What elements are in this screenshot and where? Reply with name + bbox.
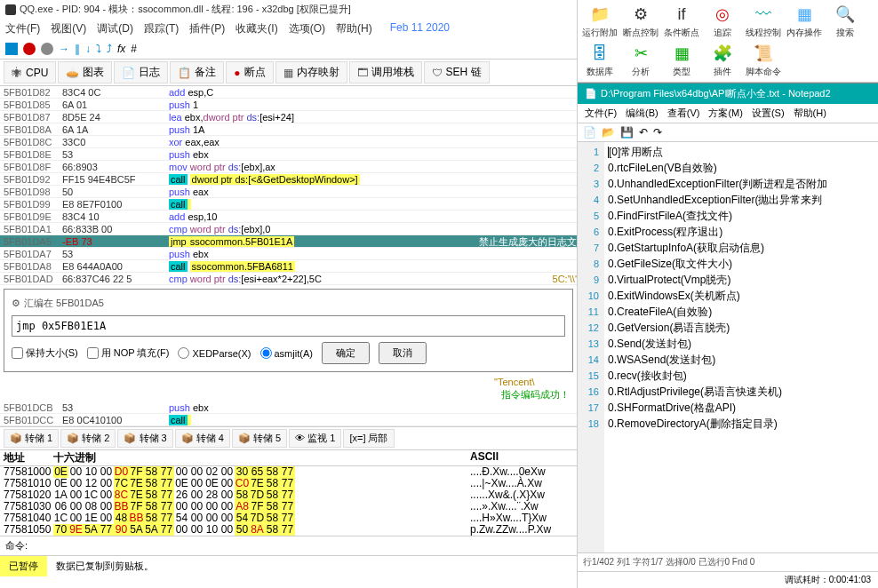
step-out-icon[interactable]: ⤴ — [107, 43, 112, 55]
ok-button[interactable]: 确定 — [322, 342, 370, 364]
debug-time: 调试耗时：0:00:41:03 — [578, 571, 878, 588]
editor-line[interactable]: 0.SHFormatDrive(格盘API) — [608, 400, 874, 416]
hash-icon[interactable]: # — [131, 43, 137, 55]
tab-SEH 链[interactable]: 🛡SEH 链 — [424, 61, 490, 83]
window-title: QQ.exe - PID: 904 - 模块：ssocommon.dll - 线… — [0, 0, 577, 19]
tab-图表[interactable]: 🥧图表 — [58, 61, 112, 83]
tool-运行附加[interactable]: 📁运行附加 — [581, 4, 619, 39]
hex-dump[interactable]: 地址 十六进制 ASCII 775810000E001000D07F587700… — [0, 450, 577, 536]
menu-item[interactable]: 收藏夹(I) — [235, 21, 277, 36]
tab-断点[interactable]: ●断点 — [226, 61, 273, 83]
menu-item[interactable]: 插件(P) — [189, 21, 225, 36]
editor-line[interactable]: 0.RtlAdjustPrivilege(易语言快速关机) — [608, 384, 874, 400]
step-over-icon[interactable]: ⤵ — [96, 43, 101, 55]
editor-text[interactable]: [0]常用断点0.rtcFileLen(VB自效验)0.UnhandledExc… — [604, 142, 878, 552]
keep-size-checkbox[interactable]: 保持大小(S) — [12, 346, 78, 360]
dump-tab[interactable]: 📦 转储 5 — [232, 429, 287, 448]
folder-icon[interactable] — [5, 43, 18, 55]
fx-icon[interactable]: fx — [117, 43, 125, 55]
save-icon[interactable]: 💾 — [620, 126, 634, 139]
dump-tab[interactable]: 📦 转储 1 — [4, 429, 59, 448]
build-date: Feb 11 2020 — [390, 21, 450, 36]
run-icon[interactable]: → — [59, 43, 69, 55]
status-paused: 已暂停 — [0, 556, 47, 576]
main-tabs: 🕷CPU🥧图表📄日志📋备注●断点▦内存映射🗔调用堆栈🛡SEH 链 — [0, 60, 577, 86]
editor-line[interactable]: [0]常用断点 — [608, 144, 874, 160]
right-tool-grid: 📁运行附加⚙断点控制if条件断点◎追踪〰线程控制▦内存操作🔍搜索🗄数据库✂分析▦… — [578, 0, 878, 83]
tab-日志[interactable]: 📄日志 — [114, 61, 168, 83]
tool-断点控制[interactable]: ⚙断点控制 — [622, 4, 659, 39]
np-menu-item[interactable]: 帮助(H) — [794, 107, 826, 120]
editor-line[interactable]: 0.SetUnhandledExceptionFilter(抛出异常来判 — [608, 192, 874, 208]
editor-line[interactable]: 0.rtcFileLen(VB自效验) — [608, 160, 874, 176]
nop-fill-checkbox[interactable]: 用 NOP 填充(F) — [87, 346, 170, 360]
editor-line[interactable]: 0.WSASend(发送封包) — [608, 352, 874, 368]
redo-icon[interactable]: ↷ — [653, 126, 662, 139]
notepad-status: 行1/402 列1 字符1/7 选择0/0 已选行0 Fnd 0 — [578, 552, 878, 571]
np-menu-item[interactable]: 方案(M) — [708, 107, 743, 120]
menu-item[interactable]: 跟踪(T) — [144, 21, 179, 36]
tab-CPU[interactable]: 🕷CPU — [4, 61, 56, 83]
np-menu-item[interactable]: 查看(V) — [667, 107, 700, 120]
disassembly-view-2[interactable]: 5FB01DCB53push ebx5FB01DCCE8 0C410100cal… — [0, 401, 577, 426]
step-icon[interactable]: ↓ — [85, 43, 91, 55]
dump-tab[interactable]: 📦 转储 3 — [117, 429, 172, 448]
tool-内存操作[interactable]: ▦内存操作 — [786, 4, 823, 39]
assembler-dialog: ⚙ 汇编在 5FB01DA5 保持大小(S) 用 NOP 填充(F) XEDPa… — [4, 289, 573, 372]
encode-success: 指令编码成功！ — [494, 385, 577, 403]
command-input[interactable] — [33, 539, 571, 552]
dump-tab[interactable]: 📦 转储 2 — [60, 429, 116, 448]
menu-item[interactable]: 视图(V) — [51, 21, 86, 36]
editor-line[interactable]: 0.FindFirstFileA(查找文件) — [608, 208, 874, 224]
editor-line[interactable]: 0.GetStartupInfoA(获取启动信息) — [608, 240, 874, 256]
open-icon[interactable]: 📂 — [602, 126, 615, 139]
xedparse-radio[interactable]: XEDParse(X) — [178, 347, 251, 359]
editor-line[interactable]: 0.RemoveDirectoryA(删除指定目录) — [608, 416, 874, 432]
editor-line[interactable]: 0.VirtualProtect(Vmp脱壳) — [608, 272, 874, 288]
editor-line[interactable]: 0.UnhandledExceptionFilter(判断进程是否附加 — [608, 176, 874, 192]
undo-icon[interactable]: ↶ — [639, 126, 648, 139]
editor-line[interactable]: 0.GetFileSize(取文件大小) — [608, 256, 874, 272]
dump-tab[interactable]: 📦 转储 4 — [175, 429, 230, 448]
restart-icon[interactable] — [23, 43, 36, 55]
tool-分析[interactable]: ✂分析 — [622, 43, 659, 78]
menu-item[interactable]: 帮助(H) — [336, 21, 372, 36]
editor-line[interactable]: 0.ExitWindowsEx(关机断点) — [608, 288, 874, 304]
np-menu-item[interactable]: 文件(F) — [585, 107, 617, 120]
asmjit-radio[interactable]: asmjit(A) — [260, 347, 313, 359]
tab-调用堆栈[interactable]: 🗔调用堆栈 — [349, 61, 422, 83]
tab-内存映射[interactable]: ▦内存映射 — [275, 61, 347, 83]
pause-icon[interactable]: ‖ — [75, 43, 80, 55]
dump-tab[interactable]: 👁 监视 1 — [289, 429, 341, 448]
stop-icon[interactable] — [41, 43, 53, 55]
tool-追踪[interactable]: ◎追踪 — [704, 4, 741, 39]
dump-tab[interactable]: [x=] 局部 — [343, 429, 394, 448]
tool-线程控制[interactable]: 〰线程控制 — [745, 4, 782, 39]
notepad-toolbar: 📄 📂 💾 ↶ ↷ — [578, 123, 878, 142]
tool-搜索[interactable]: 🔍搜索 — [826, 4, 864, 39]
notepad-window: 📄 D:\Program Files\x64dbg\API断点小全.txt - … — [578, 83, 878, 588]
tool-条件断点[interactable]: if条件断点 — [663, 4, 700, 39]
editor-line[interactable]: 0.CreateFileA(自效验) — [608, 304, 874, 320]
editor-line[interactable]: 0.GetVersion(易语言脱壳) — [608, 320, 874, 336]
menu-item[interactable]: 调试(D) — [97, 21, 133, 36]
assembler-input[interactable] — [12, 315, 565, 337]
disassembly-view[interactable]: 5FB01D8283C4 0Cadd esp,C5FB01D856A 01pus… — [0, 86, 577, 285]
cancel-button[interactable]: 取消 — [379, 342, 427, 364]
tool-数据库[interactable]: 🗄数据库 — [581, 43, 619, 78]
tool-类型[interactable]: ▦类型 — [663, 43, 700, 78]
np-menu-item[interactable]: 编缉(B) — [626, 107, 658, 120]
tool-插件[interactable]: 🧩插件 — [704, 43, 741, 78]
tab-备注[interactable]: 📋备注 — [170, 61, 224, 83]
editor-line[interactable]: 0.Send(发送封包) — [608, 336, 874, 352]
document-icon: 📄 — [585, 88, 597, 99]
editor-line[interactable]: 0.recv(接收封包) — [608, 368, 874, 384]
np-menu-item[interactable]: 设置(S) — [752, 107, 785, 120]
menu-item[interactable]: 文件(F) — [5, 21, 40, 36]
hex-row[interactable]: 77581050709E5A77905A5A7700001000508A5877… — [0, 524, 577, 536]
new-icon[interactable]: 📄 — [583, 126, 596, 139]
tool-脚本命令[interactable]: 📜脚本命令 — [745, 43, 782, 78]
hex-addr-header: 地址 — [0, 450, 53, 465]
menu-item[interactable]: 选项(O) — [289, 21, 325, 36]
editor-line[interactable]: 0.ExitProcess(程序退出) — [608, 224, 874, 240]
